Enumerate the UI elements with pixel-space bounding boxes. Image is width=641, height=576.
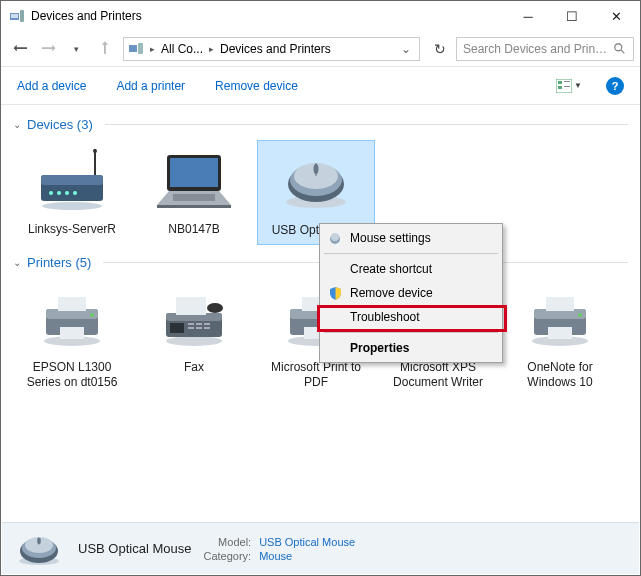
details-thumb <box>12 529 66 569</box>
svg-point-69 <box>331 233 339 241</box>
svg-rect-43 <box>188 323 194 325</box>
svg-point-67 <box>578 313 582 317</box>
fax-icon <box>158 291 230 349</box>
svg-rect-22 <box>170 158 218 187</box>
forward-button[interactable]: 🠖 <box>35 36 61 62</box>
view-options-button[interactable]: ▼ <box>556 78 576 94</box>
svg-point-16 <box>49 191 53 195</box>
menu-remove-device[interactable]: Remove device <box>322 281 500 305</box>
command-bar: Add a device Add a printer Remove device… <box>1 67 640 105</box>
maximize-button[interactable]: ☐ <box>550 2 594 30</box>
svg-rect-42 <box>170 323 184 333</box>
address-bar[interactable]: ▸ All Co...▸ Devices and Printers ⌄ <box>123 37 420 61</box>
svg-rect-48 <box>204 327 210 329</box>
laptop-icon <box>153 151 235 213</box>
svg-point-49 <box>207 303 223 313</box>
svg-point-5 <box>615 43 622 50</box>
svg-rect-9 <box>558 86 562 89</box>
printer-onenote[interactable]: OneNote for Windows 10 <box>501 278 619 396</box>
details-meta: Model: USB Optical Mouse Category: Mouse <box>203 536 355 562</box>
svg-rect-11 <box>564 86 570 87</box>
close-button[interactable]: ✕ <box>594 2 638 30</box>
back-button[interactable]: 🠔 <box>7 36 33 62</box>
svg-point-31 <box>314 164 319 174</box>
menu-mouse-settings[interactable]: Mouse settings <box>322 226 500 250</box>
mouse-icon <box>277 154 355 212</box>
breadcrumb-root[interactable]: ▸ <box>146 44 157 54</box>
devices-header[interactable]: ⌄ Devices (3) <box>13 117 628 132</box>
shield-icon <box>327 285 343 301</box>
svg-point-38 <box>166 336 222 346</box>
collapse-icon: ⌄ <box>13 257 21 268</box>
svg-rect-47 <box>196 327 202 329</box>
svg-rect-65 <box>546 297 574 311</box>
svg-rect-1 <box>11 14 18 18</box>
svg-rect-44 <box>196 323 202 325</box>
mouse-icon <box>327 230 343 246</box>
location-icon <box>128 41 144 57</box>
up-button[interactable]: 🠕 <box>91 36 117 62</box>
svg-rect-36 <box>60 327 84 339</box>
svg-rect-2 <box>20 10 24 22</box>
svg-point-13 <box>93 149 97 153</box>
printer-icon <box>36 291 108 349</box>
svg-point-18 <box>65 191 69 195</box>
help-button[interactable]: ? <box>606 77 624 95</box>
titlebar: Devices and Printers ─ ☐ ✕ <box>1 1 640 31</box>
add-printer-button[interactable]: Add a printer <box>116 79 185 93</box>
menu-separator <box>324 253 498 254</box>
svg-rect-46 <box>188 327 194 329</box>
svg-rect-41 <box>176 297 206 315</box>
navbar: 🠔 🠖 ▾ 🠕 ▸ All Co...▸ Devices and Printer… <box>1 31 640 67</box>
collapse-icon: ⌄ <box>13 119 21 130</box>
search-icon <box>613 42 627 56</box>
menu-troubleshoot[interactable]: Troubleshoot <box>322 305 500 329</box>
printers-label: Printers (5) <box>27 255 91 270</box>
svg-point-19 <box>73 191 77 195</box>
breadcrumb-allcp[interactable]: All Co...▸ <box>159 42 216 56</box>
svg-rect-25 <box>173 194 215 201</box>
svg-point-74 <box>37 537 41 544</box>
menu-separator <box>324 332 498 333</box>
search-placeholder: Search Devices and Printers <box>463 42 609 56</box>
devices-label: Devices (3) <box>27 117 93 132</box>
recent-dropdown[interactable]: ▾ <box>63 36 89 62</box>
breadcrumb-current[interactable]: Devices and Printers <box>218 42 333 56</box>
device-linksys[interactable]: Linksys-ServerR <box>13 140 131 245</box>
printer-icon <box>524 291 596 349</box>
svg-point-17 <box>57 191 61 195</box>
mouse-icon <box>14 531 64 567</box>
details-title: USB Optical Mouse <box>78 541 191 556</box>
window-title: Devices and Printers <box>31 9 506 23</box>
svg-rect-10 <box>564 81 570 82</box>
svg-rect-45 <box>204 323 210 325</box>
remove-device-button[interactable]: Remove device <box>215 79 298 93</box>
svg-rect-66 <box>548 327 572 339</box>
menu-properties[interactable]: Properties <box>322 336 500 360</box>
router-icon <box>33 149 111 215</box>
svg-marker-24 <box>157 205 231 208</box>
svg-point-37 <box>90 313 94 317</box>
svg-line-6 <box>621 49 625 53</box>
svg-rect-8 <box>558 81 562 84</box>
search-input[interactable]: Search Devices and Printers <box>456 37 634 61</box>
add-device-button[interactable]: Add a device <box>17 79 86 93</box>
printer-epson[interactable]: EPSON L1300 Series on dt0156 <box>13 278 131 396</box>
devices-icon <box>9 8 25 24</box>
details-pane: USB Optical Mouse Model: USB Optical Mou… <box>2 522 639 574</box>
svg-rect-35 <box>58 297 86 311</box>
svg-point-20 <box>42 202 102 210</box>
minimize-button[interactable]: ─ <box>506 2 550 30</box>
svg-rect-3 <box>129 45 137 52</box>
context-menu: Mouse settings Create shortcut Remove de… <box>319 223 503 363</box>
menu-create-shortcut[interactable]: Create shortcut <box>322 257 500 281</box>
printer-fax[interactable]: Fax <box>135 278 253 396</box>
svg-rect-15 <box>41 175 103 185</box>
svg-rect-4 <box>138 43 143 54</box>
address-dropdown[interactable]: ⌄ <box>397 42 415 56</box>
refresh-button[interactable]: ↻ <box>426 37 454 61</box>
device-laptop[interactable]: NB0147B <box>135 140 253 245</box>
